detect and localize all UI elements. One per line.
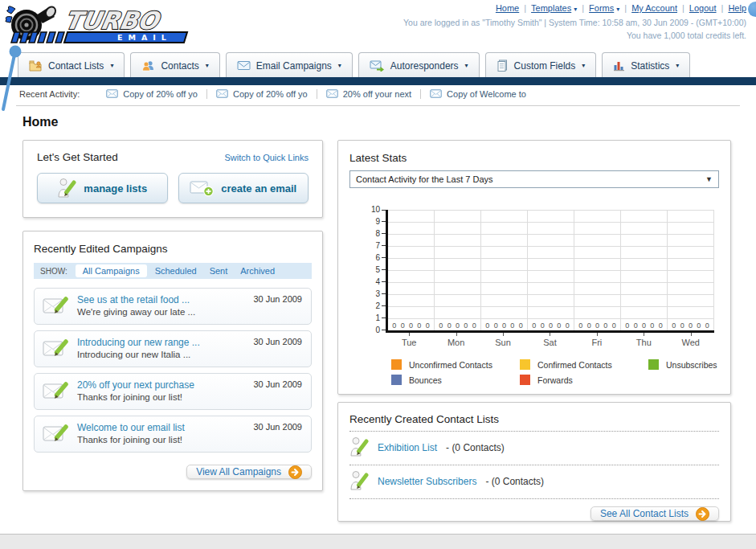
data-value-label: 0 (472, 322, 476, 330)
tab-custom-fields[interactable]: Custom Fields▾ (485, 52, 597, 77)
y-tick-label: 8 (375, 229, 380, 238)
create-an-email-button[interactable]: create an email (178, 173, 309, 203)
stats-period-select[interactable]: Contact Activity for the Last 7 Days ▼ (349, 170, 719, 188)
data-value-label: 0 (578, 322, 582, 330)
switch-to-quick-links-link[interactable]: Switch to Quick Links (224, 153, 309, 162)
campaign-title-link[interactable]: Welcome to our email list (77, 421, 185, 434)
contact-list-name-link[interactable]: Exhibition List (378, 442, 437, 453)
filter-archived[interactable]: Archived (240, 266, 275, 276)
nav-separator: | (717, 3, 729, 13)
campaign-row[interactable]: See us at the retail food ... We're givi… (34, 288, 312, 325)
filter-sent[interactable]: Sent (210, 266, 228, 276)
callout-pin-decoration (0, 42, 26, 114)
contact-list-item[interactable]: Exhibition List - (0 Contacts) (349, 435, 719, 460)
tab-email-campaigns[interactable]: Email Campaigns▾ (226, 52, 353, 77)
y-tick-label: 2 (375, 301, 380, 310)
top-link-logout[interactable]: Logout (689, 3, 717, 13)
x-tick-label: Fri (574, 333, 620, 347)
recent-activity-bar: Recent Activity: Copy of 20% off yoCopy … (0, 85, 756, 102)
view-all-campaigns-button[interactable]: View All Campaigns (186, 465, 312, 479)
chevron-down-icon: ▼ (705, 175, 713, 183)
data-value-label: 0 (659, 322, 663, 330)
campaign-date: 30 Jun 2009 (253, 379, 302, 389)
campaign-row[interactable]: 20% off your next purchase Thanks for jo… (34, 373, 312, 410)
see-all-contact-lists-button[interactable]: See All Contact Lists (590, 506, 719, 521)
data-value-label: 0 (650, 322, 654, 330)
chevron-down-icon: ▾ (110, 62, 113, 69)
data-value-label: 0 (502, 322, 506, 330)
y-tick-label: 3 (375, 289, 380, 298)
get-started-panel: Let's Get Started Switch to Quick Links … (22, 140, 323, 218)
form-icon (497, 59, 509, 72)
legend-label: Confirmed Contacts (537, 360, 612, 370)
recent-activity-item[interactable]: Copy of 20% off yo (97, 89, 207, 99)
data-value-label: 0 (603, 322, 607, 330)
manage-lists-button[interactable]: manage lists (37, 173, 168, 203)
campaign-filters: All CampaignsScheduledSentArchived (76, 266, 288, 276)
data-value-label: 0 (672, 322, 676, 330)
app-window: EMAIL TURBO Home|Templates▾|Forms▾|My Ac… (0, 0, 756, 549)
campaign-subtitle: Introducing our new Italia ... (77, 349, 200, 362)
campaign-edit-icon (43, 424, 68, 445)
filter-all-campaigns[interactable]: All Campaigns (76, 264, 147, 277)
recent-activity-item[interactable]: Copy of 20% off yo (207, 89, 317, 99)
top-link-templates[interactable]: Templates▾ (531, 3, 577, 13)
campaign-row[interactable]: Welcome to our email list Thanks for joi… (34, 416, 312, 453)
data-value-label: 0 (680, 322, 684, 330)
recent-activity-item[interactable]: Copy of Welcome to (421, 89, 535, 99)
manage-lists-label: manage lists (84, 182, 147, 195)
top-link-label: Home (496, 3, 519, 13)
data-value-label: 0 (447, 322, 452, 330)
contact-lists-panel: Recently Created Contact Lists Exhibitio… (337, 402, 731, 522)
view-all-campaigns-label: View All Campaigns (196, 466, 281, 477)
x-tick-label: Sun (480, 333, 526, 347)
chart-day-group: 00000 (574, 210, 621, 330)
contact-list-count: - (0 Contacts) (485, 476, 544, 487)
legend-label: Forwards (537, 375, 573, 385)
legend-swatch (520, 359, 530, 370)
tab-contacts[interactable]: Contacts▾ (130, 52, 219, 77)
tab-autoresponders[interactable]: Autoresponders▾ (358, 52, 480, 77)
campaign-edit-icon (43, 296, 68, 317)
y-tick-label: 4 (375, 277, 380, 286)
top-link-help[interactable]: Help (728, 3, 746, 13)
person-pencil-icon (57, 178, 76, 199)
latest-stats-panel: Latest Stats Contact Activity for the La… (337, 140, 731, 395)
top-link-home[interactable]: Home (496, 3, 519, 13)
campaigns-panel: Recently Edited Campaigns SHOW: All Camp… (22, 231, 323, 491)
top-link-my-account[interactable]: My Account (631, 3, 677, 13)
create-email-icon (190, 180, 214, 197)
legend-label: Unsubscribes (666, 360, 717, 370)
y-tick-label: 10 (371, 205, 380, 214)
filter-scheduled[interactable]: Scheduled (155, 266, 197, 276)
top-link-label: Forms (589, 3, 614, 13)
tab-statistics[interactable]: Statistics▾ (602, 52, 690, 77)
data-value-label: 0 (494, 322, 498, 330)
data-value-label: 0 (625, 322, 629, 330)
show-label: SHOW: (40, 267, 67, 276)
data-value-label: 0 (519, 322, 523, 330)
data-value-label: 0 (595, 322, 599, 330)
mail-icon (216, 89, 228, 98)
contact-lists-title: Recently Created Contact Lists (349, 413, 499, 425)
top-link-forms[interactable]: Forms▾ (589, 3, 619, 13)
campaign-row[interactable]: Introducing our new range ... Introducin… (34, 330, 312, 367)
data-value-label: 0 (697, 322, 701, 330)
chevron-down-icon: ▾ (582, 62, 585, 69)
recent-activity-item[interactable]: 20% off your next (317, 89, 421, 99)
contact-list-name-link[interactable]: Newsletter Subscribers (378, 476, 476, 487)
campaign-date: 30 Jun 2009 (253, 422, 302, 432)
campaigns-title: Recently Edited Campaigns (34, 243, 168, 255)
legend-item-unsubscribes: Unsubscribes (648, 359, 719, 370)
campaign-title-link[interactable]: See us at the retail food ... (77, 293, 195, 306)
tab-contact-lists[interactable]: Contact Lists▾ (18, 52, 125, 77)
campaign-title-link[interactable]: 20% off your next purchase (77, 379, 194, 391)
contact-list-item[interactable]: Newsletter Subscribers - (0 Contacts) (349, 469, 719, 494)
x-tick-label: Wed (668, 333, 714, 347)
data-value-label: 0 (456, 322, 460, 330)
data-value-label: 0 (401, 322, 405, 330)
legend-swatch (520, 375, 530, 385)
chart-plot-area: 00000000000000000000000000000000000 (386, 210, 714, 333)
campaign-title-link[interactable]: Introducing our new range ... (77, 336, 200, 349)
data-value-label: 0 (464, 322, 468, 330)
